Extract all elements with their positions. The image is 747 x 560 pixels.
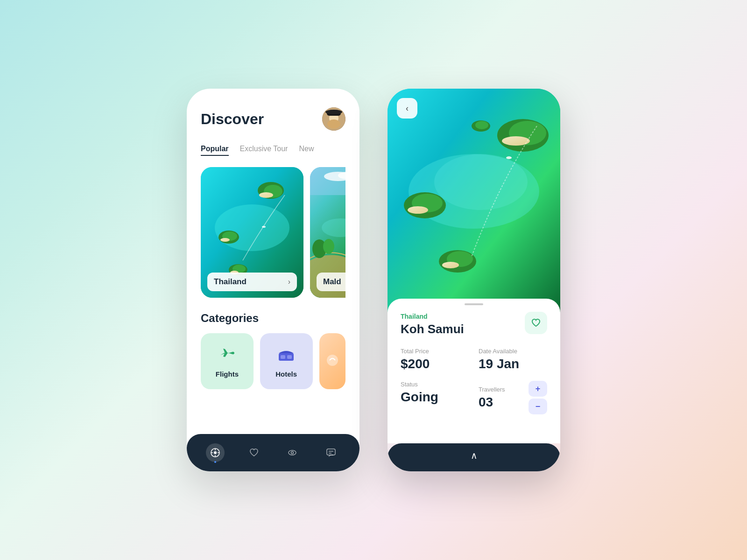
- category-third[interactable]: [319, 333, 345, 389]
- svg-point-16: [262, 226, 266, 228]
- destination-cards: Thailand ›: [201, 167, 345, 298]
- tab-new[interactable]: New: [299, 145, 314, 156]
- svg-point-53: [506, 156, 512, 159]
- svg-point-12: [220, 238, 230, 242]
- svg-point-34: [289, 450, 296, 455]
- bottom-handle[interactable]: ∧: [388, 443, 560, 471]
- tab-popular[interactable]: Popular: [201, 145, 229, 156]
- svg-rect-26: [287, 355, 292, 359]
- back-button[interactable]: ‹: [397, 98, 417, 119]
- categories-row: Flights Hotels: [201, 333, 345, 389]
- drag-handle: [465, 303, 483, 305]
- svg-point-35: [291, 452, 294, 454]
- svg-point-4: [325, 110, 342, 114]
- flights-label: Flights: [216, 370, 239, 378]
- tab-exclusive-tour[interactable]: Exclusive Tour: [240, 145, 288, 156]
- maldives-card-label: Mald: [317, 273, 345, 291]
- phone1-header: Discover: [201, 107, 345, 131]
- phone2-detail: ‹ Thailand Koh Samui Total Price $200: [388, 89, 560, 471]
- total-price-value: $200: [401, 357, 430, 371]
- date-available-value: 19 Jan: [479, 357, 519, 371]
- hotels-label: Hotels: [275, 370, 297, 378]
- category-flights[interactable]: Flights: [201, 333, 254, 389]
- phone2-hero: ‹: [388, 89, 560, 313]
- date-available-item: Date Available 19 Jan: [479, 348, 547, 371]
- travellers-controls: + −: [529, 381, 547, 414]
- info-grid: Total Price $200 Date Available 19 Jan S…: [401, 348, 547, 414]
- thailand-card[interactable]: Thailand ›: [201, 167, 303, 298]
- svg-point-47: [408, 206, 428, 214]
- flights-icon: [218, 345, 236, 365]
- date-available-label: Date Available: [479, 348, 547, 355]
- back-arrow-icon: ‹: [406, 104, 409, 113]
- hotels-icon: [277, 345, 296, 365]
- phone2-info: Thailand Koh Samui Total Price $200 Date…: [388, 299, 560, 443]
- travellers-value: 03: [479, 395, 493, 409]
- svg-rect-36: [327, 449, 335, 455]
- thailand-label-text: Thailand: [214, 277, 247, 287]
- total-price-label: Total Price: [401, 348, 469, 355]
- svg-point-41: [434, 154, 528, 210]
- status-item: Status Going: [401, 381, 469, 414]
- heart-button[interactable]: [525, 312, 547, 334]
- nav-heart[interactable]: [245, 443, 263, 462]
- svg-point-50: [442, 262, 459, 268]
- thailand-card-label: Thailand ›: [207, 273, 297, 291]
- maldives-card[interactable]: Mald: [310, 167, 345, 298]
- discover-title: Discover: [201, 111, 264, 128]
- nav-eye[interactable]: [283, 443, 302, 462]
- decrement-button[interactable]: −: [529, 399, 547, 414]
- total-price-item: Total Price $200: [401, 348, 469, 371]
- category-hotels[interactable]: Hotels: [260, 333, 313, 389]
- categories-title: Categories: [201, 312, 345, 325]
- phone1-discover: Discover Popular Exclusive Tour New: [187, 89, 359, 471]
- hero-ocean-image: [388, 89, 560, 313]
- status-label: Status: [401, 381, 469, 388]
- third-category-icon: [324, 352, 341, 371]
- status-value: Going: [401, 390, 438, 404]
- svg-rect-18: [310, 167, 345, 195]
- bottom-nav: [187, 434, 359, 471]
- up-arrow-icon: ∧: [471, 450, 478, 461]
- svg-rect-25: [281, 355, 285, 359]
- phones-container: Discover Popular Exclusive Tour New: [187, 89, 560, 471]
- svg-point-52: [475, 121, 488, 129]
- travellers-label: Travellers: [479, 386, 505, 393]
- maldives-label-text: Mald: [323, 277, 341, 286]
- increment-button[interactable]: +: [529, 381, 547, 397]
- svg-point-2: [327, 119, 340, 129]
- avatar-image: [322, 107, 345, 131]
- svg-point-9: [259, 192, 273, 198]
- thailand-label-arrow: ›: [288, 278, 290, 286]
- nav-chat[interactable]: [322, 443, 340, 462]
- nav-dot: [214, 461, 216, 463]
- heart-icon: [531, 318, 541, 328]
- svg-point-27: [327, 355, 338, 366]
- avatar[interactable]: [322, 107, 345, 131]
- travellers-item: Travellers 03 + −: [479, 381, 547, 414]
- nav-compass[interactable]: [206, 443, 225, 462]
- tabs: Popular Exclusive Tour New: [201, 145, 345, 156]
- svg-point-29: [214, 451, 217, 454]
- svg-point-22: [323, 239, 334, 254]
